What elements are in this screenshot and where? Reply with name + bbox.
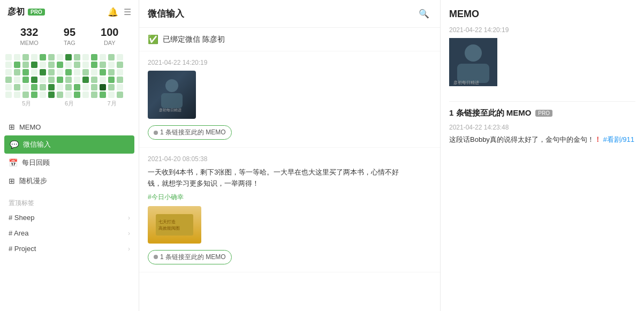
heatmap-cell: [108, 62, 115, 68]
link-chip-label-1: 1 条链接至此的 MEMO: [160, 128, 226, 137]
right-linked-label: 1 条链接至此的 MEMO: [449, 108, 531, 118]
heatmap-cell: [48, 92, 55, 98]
heatmap-cell: [14, 92, 20, 98]
heatmap-cell: [117, 54, 123, 60]
memo-icon: ⊞: [9, 123, 15, 131]
menu-icon[interactable]: ☰: [124, 7, 131, 17]
heatmap-cell: [5, 62, 12, 68]
heatmap-cell: [22, 84, 29, 90]
stat-day-label: DAY: [104, 40, 116, 46]
memo-date-2: 2021-04-20 08:05:38: [148, 155, 431, 163]
nav-daily[interactable]: 📅 每日回顾: [0, 154, 139, 172]
heatmap-cell: [91, 62, 97, 68]
memo-card-2: 2021-04-20 08:05:38 一天收到4本书，剩下3张图，等一等哈。一…: [139, 148, 440, 272]
link-chip-2[interactable]: 1 条链接至此的 MEMO: [148, 250, 232, 264]
svg-rect-3: [156, 214, 193, 236]
book-image-icon: 七天打造 高效能阅图: [153, 211, 196, 238]
heatmap-cell: [31, 69, 37, 75]
heatmap-cell: [40, 77, 46, 83]
chevron-icon-sheep: ›: [128, 214, 130, 222]
heatmap-cell: [65, 92, 72, 98]
heatmap-cell: [65, 54, 72, 60]
heatmap-cell: [100, 54, 106, 60]
heatmap-cell: [74, 54, 80, 60]
stat-day: 100 DAY: [101, 26, 118, 47]
link-chip-label-2: 1 条链接至此的 MEMO: [160, 253, 226, 262]
heatmap-grid: [5, 54, 133, 98]
nav-memo-label: MEMO: [19, 123, 41, 131]
memo-list: 2021-04-22 14:20:19 彦初每日精进 1 条链接至此的 MEMO…: [139, 51, 440, 311]
heatmap-cell: [5, 92, 12, 98]
heatmap-cell: [57, 92, 63, 98]
tags-section-title: 置顶标签: [0, 193, 139, 210]
brand: 彦初 PRO: [7, 6, 45, 18]
heatmap-cell: [74, 84, 80, 90]
heatmap-cell: [48, 69, 55, 75]
search-icon[interactable]: 🔍: [416, 6, 431, 21]
heatmap-cell: [22, 54, 29, 60]
nav-wechat-label: 微信输入: [23, 140, 51, 149]
heatmap-cell: [74, 62, 80, 68]
link-chip-1[interactable]: 1 条链接至此的 MEMO: [148, 125, 232, 140]
stat-memo: 332 MEMO: [20, 26, 39, 47]
heatmap-cell: [5, 69, 12, 75]
heatmap-cell: [91, 84, 97, 90]
heatmap-cell: [40, 62, 46, 68]
heatmap-cell: [57, 69, 63, 75]
right-linked-section: 1 条链接至此的 MEMO PRO: [449, 108, 635, 118]
heatmap-cell: [100, 77, 106, 83]
memo-tag-2[interactable]: #今日小确幸: [148, 193, 431, 202]
sidebar: 彦初 PRO 🔔 ☰ 332 MEMO 95 TAG 100 DAY 5月 6月…: [0, 0, 139, 311]
right-linked-tag[interactable]: #看剧/911: [603, 135, 635, 143]
memo-image-placeholder-1: 彦初每日精进: [148, 71, 196, 119]
tag-area[interactable]: # Area ›: [0, 225, 139, 241]
link-dot-icon-1: [154, 131, 158, 135]
heatmap-cell: [40, 84, 46, 90]
svg-text:彦初每日精进: 彦初每日精进: [453, 80, 479, 85]
tag-sheep[interactable]: # Sheep ›: [0, 210, 139, 225]
nav-daily-label: 每日回顾: [22, 158, 50, 168]
right-pro-badge: PRO: [535, 110, 552, 117]
heatmap-cell: [57, 62, 63, 68]
header-icons: 🔔 ☰: [108, 7, 131, 17]
person-figure-icon: 彦初每日精进: [156, 76, 188, 113]
heatmap-cell: [14, 84, 20, 90]
heatmap-cell: [82, 69, 89, 75]
memo-card-1: 2021-04-22 14:20:19 彦初每日精进 1 条链接至此的 MEMO: [139, 51, 440, 148]
heatmap-cell: [40, 54, 46, 60]
heatmap-cell: [82, 92, 89, 98]
memo-image-2: 七天打造 高效能阅图: [148, 206, 201, 244]
bell-icon[interactable]: 🔔: [108, 7, 118, 17]
heatmap-cell: [5, 77, 12, 83]
exclamation-mark: ！: [594, 135, 601, 143]
stat-tag-number: 95: [64, 26, 75, 39]
nav-random[interactable]: ⊞ 随机漫步: [0, 172, 139, 190]
heatmap-cell: [5, 54, 12, 60]
heatmap-cell: [31, 84, 37, 90]
heatmap-cell: [91, 69, 97, 75]
heatmap-cell: [82, 54, 89, 60]
heatmap-cell: [74, 69, 80, 75]
memo-img2-inner: 七天打造 高效能阅图: [148, 206, 201, 244]
tag-project[interactable]: # Project ›: [0, 241, 139, 256]
heatmap-cell: [22, 69, 29, 75]
heatmap-cell: [22, 92, 29, 98]
heatmap-cell: [117, 77, 123, 83]
heatmap-cell: [91, 92, 97, 98]
tag-sheep-label: # Sheep: [9, 214, 34, 222]
stat-day-number: 100: [101, 26, 118, 39]
svg-point-7: [465, 44, 482, 62]
wechat-check-icon: ✅: [148, 34, 158, 44]
heatmap-cell: [57, 54, 63, 60]
heatmap-cell: [48, 77, 55, 83]
wechat-status-text: 已绑定微信 陈彦初: [163, 35, 225, 44]
heatmap-cell: [31, 62, 37, 68]
nav-memo[interactable]: ⊞ MEMO: [0, 118, 139, 135]
stat-tag-label: TAG: [64, 40, 75, 46]
heatmap-cell: [108, 77, 115, 83]
stats-row: 332 MEMO 95 TAG 100 DAY: [0, 22, 139, 52]
nav-wechat[interactable]: 💬 微信输入: [4, 135, 134, 154]
heatmap-months: 5月 6月 7月: [5, 98, 133, 112]
daily-icon: 📅: [9, 158, 18, 167]
heatmap-cell: [100, 62, 106, 68]
